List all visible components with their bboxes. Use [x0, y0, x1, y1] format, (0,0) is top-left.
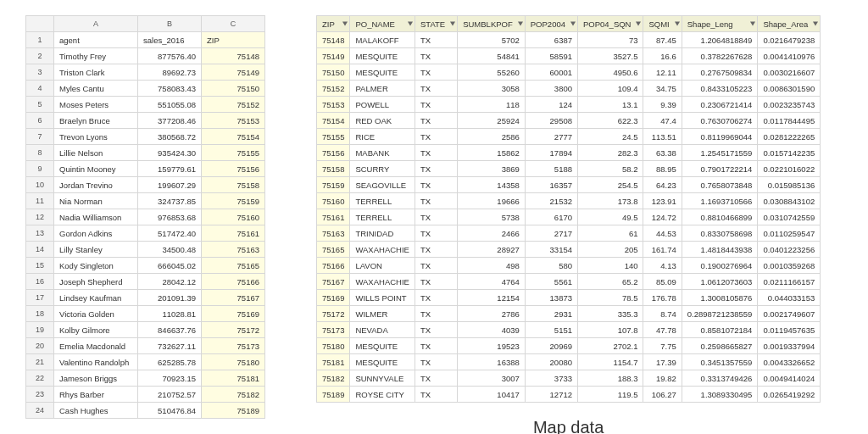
cell-shape-area[interactable]: 0.0401223256 — [758, 242, 821, 258]
cell-sqmi[interactable]: 9.39 — [643, 97, 682, 113]
cell-shape-area[interactable]: 0.0086301590 — [758, 81, 821, 97]
cell-state[interactable]: TX — [415, 145, 457, 161]
cell-zip[interactable]: 75189 — [317, 387, 350, 403]
cell-shape-area[interactable]: 0.0211166157 — [758, 274, 821, 290]
cell-zip[interactable]: 75173 — [317, 322, 350, 338]
cell-shape-area[interactable]: 0.0221016022 — [758, 161, 821, 177]
cell-po-name[interactable]: ROYSE CITY — [350, 387, 415, 403]
row-number[interactable]: 10 — [26, 177, 54, 193]
cell-zip[interactable]: 75155 — [317, 129, 350, 145]
cell-po-name[interactable]: WILMER — [350, 306, 415, 322]
cell-shape-area[interactable]: 0.0157142235 — [758, 145, 821, 161]
cell-pop04sqn[interactable]: 109.4 — [577, 81, 643, 97]
cell-shape-leng[interactable]: 0.8810466899 — [682, 209, 758, 225]
cell-zip[interactable]: 75189 — [202, 403, 265, 419]
cell-pop04sqn[interactable]: 4950.6 — [577, 64, 643, 81]
cell-zip[interactable]: 75163 — [202, 242, 265, 258]
cell-sales[interactable]: 510476.84 — [138, 403, 202, 419]
cell-po-name[interactable]: MABANK — [350, 145, 415, 161]
cell-sqmi[interactable]: 88.95 — [643, 161, 682, 177]
cell-pop04sqn[interactable]: 282.3 — [577, 145, 643, 161]
cell-shape-area[interactable]: 0.015985136 — [758, 177, 821, 193]
cell-pop04sqn[interactable]: 78.5 — [577, 290, 643, 306]
row-number[interactable]: 12 — [26, 209, 54, 225]
cell-shape-area[interactable]: 0.0308843102 — [758, 193, 821, 209]
cell-zip[interactable]: 75166 — [202, 274, 265, 290]
cell-zip[interactable]: 75158 — [202, 177, 265, 193]
cell-shape-leng[interactable]: 1.2545171559 — [682, 145, 758, 161]
cell-shape-area[interactable]: 0.0023235743 — [758, 97, 821, 113]
cell-pop04sqn[interactable]: 49.5 — [577, 209, 643, 225]
cell-shape-leng[interactable]: 0.3313749426 — [682, 370, 758, 387]
cell-po-name[interactable]: LAVON — [350, 258, 415, 274]
cell-po-name[interactable]: MALAKOFF — [350, 32, 415, 48]
cell-po-name[interactable]: WAXAHACHIE — [350, 274, 415, 290]
cell-state[interactable]: TX — [415, 81, 457, 97]
cell-sales[interactable]: 377208.46 — [138, 113, 202, 129]
cell-pop2004[interactable]: 5188 — [525, 161, 577, 177]
cell-zip[interactable]: 75181 — [202, 370, 265, 387]
cell-pop2004[interactable]: 3733 — [525, 370, 577, 387]
cell-po-name[interactable]: RED OAK — [350, 113, 415, 129]
filter-header-sqmi[interactable]: SQMI — [643, 16, 682, 32]
cell-shape-area[interactable]: 0.0265419292 — [758, 387, 821, 403]
cell-shape-area[interactable]: 0.0049414024 — [758, 370, 821, 387]
header-agent[interactable]: agent — [54, 32, 138, 48]
cell-zip[interactable]: 75180 — [202, 354, 265, 370]
cell-sales[interactable]: 877576.40 — [138, 48, 202, 64]
row-number[interactable]: 11 — [26, 193, 54, 209]
cell-agent[interactable]: Lillie Nelson — [54, 145, 138, 161]
cell-zip[interactable]: 75169 — [317, 290, 350, 306]
cell-state[interactable]: TX — [415, 177, 457, 193]
cell-state[interactable]: TX — [415, 306, 457, 322]
cell-shape-area[interactable]: 0.0041410976 — [758, 48, 821, 64]
cell-zip[interactable]: 75169 — [202, 306, 265, 322]
cell-pop04sqn[interactable]: 13.1 — [577, 97, 643, 113]
cell-shape-leng[interactable]: 0.2598665827 — [682, 338, 758, 354]
cell-shape-area[interactable]: 0.0117844495 — [758, 113, 821, 129]
cell-sqmi[interactable]: 44.53 — [643, 225, 682, 242]
row-number[interactable]: 17 — [26, 290, 54, 306]
row-number[interactable]: 3 — [26, 64, 54, 81]
cell-sales[interactable]: 846637.76 — [138, 322, 202, 338]
cell-sqmi[interactable]: 106.27 — [643, 387, 682, 403]
cell-pop2004[interactable]: 2717 — [525, 225, 577, 242]
cell-pop04sqn[interactable]: 107.8 — [577, 322, 643, 338]
row-number[interactable]: 18 — [26, 306, 54, 322]
cell-agent[interactable]: Braelyn Bruce — [54, 113, 138, 129]
dropdown-arrow-icon[interactable] — [636, 22, 641, 26]
cell-agent[interactable]: Timothy Frey — [54, 48, 138, 64]
cell-sumblkpof[interactable]: 4764 — [458, 274, 526, 290]
cell-pop04sqn[interactable]: 622.3 — [577, 113, 643, 129]
cell-pop2004[interactable]: 6387 — [525, 32, 577, 48]
cell-po-name[interactable]: TERRELL — [350, 193, 415, 209]
cell-sqmi[interactable]: 85.09 — [643, 274, 682, 290]
cell-sqmi[interactable]: 64.23 — [643, 177, 682, 193]
cell-agent[interactable]: Lindsey Kaufman — [54, 290, 138, 306]
header-sales[interactable]: sales_2016 — [138, 32, 202, 48]
cell-state[interactable]: TX — [415, 338, 457, 354]
cell-pop2004[interactable]: 29508 — [525, 113, 577, 129]
cell-agent[interactable]: Triston Clark — [54, 64, 138, 81]
cell-zip[interactable]: 75181 — [317, 354, 350, 370]
dropdown-arrow-icon[interactable] — [518, 22, 523, 26]
cell-sqmi[interactable]: 17.39 — [643, 354, 682, 370]
cell-pop04sqn[interactable]: 58.2 — [577, 161, 643, 177]
cell-po-name[interactable]: TRINIDAD — [350, 225, 415, 242]
cell-zip[interactable]: 75149 — [202, 64, 265, 81]
cell-po-name[interactable]: POWELL — [350, 97, 415, 113]
cell-zip[interactable]: 75172 — [317, 306, 350, 322]
cell-agent[interactable]: Victoria Golden — [54, 306, 138, 322]
cell-sales[interactable]: 551055.08 — [138, 97, 202, 113]
cell-zip[interactable]: 75150 — [317, 64, 350, 81]
cell-shape-leng[interactable]: 1.3089330495 — [682, 387, 758, 403]
cell-shape-leng[interactable]: 0.2306721414 — [682, 97, 758, 113]
cell-sqmi[interactable]: 8.74 — [643, 306, 682, 322]
cell-sumblkpof[interactable]: 19523 — [458, 338, 526, 354]
cell-state[interactable]: TX — [415, 32, 457, 48]
cell-state[interactable]: TX — [415, 274, 457, 290]
cell-zip[interactable]: 75148 — [202, 48, 265, 64]
cell-shape-leng[interactable]: 0.3782267628 — [682, 48, 758, 64]
cell-zip[interactable]: 75167 — [202, 290, 265, 306]
dropdown-arrow-icon[interactable] — [408, 22, 413, 26]
